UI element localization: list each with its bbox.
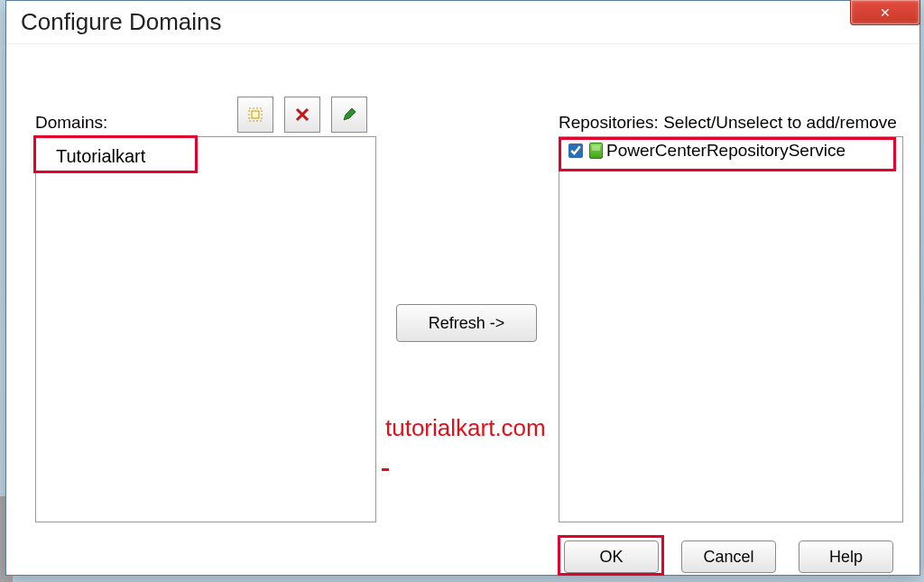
- domains-listbox[interactable]: Tutorialkart: [35, 136, 376, 522]
- titlebar: Configure Domains ✕: [6, 1, 919, 44]
- help-button[interactable]: Help: [799, 540, 893, 573]
- dialog-title: Configure Domains: [6, 1, 919, 36]
- domains-label: Domains:: [35, 113, 107, 133]
- domain-item-label: Tutorialkart: [56, 146, 145, 166]
- ok-button-label: OK: [599, 548, 623, 567]
- repository-icon: [589, 143, 603, 159]
- edit-domain-icon: [341, 106, 357, 123]
- repositories-listbox[interactable]: PowerCenterRepositoryService: [559, 136, 903, 522]
- close-icon: ✕: [880, 5, 891, 20]
- domains-toolbar: [237, 97, 367, 133]
- refresh-button[interactable]: Refresh ->: [396, 304, 537, 342]
- ok-button[interactable]: OK: [564, 540, 659, 573]
- domain-item[interactable]: Tutorialkart: [36, 137, 375, 176]
- delete-domain-button[interactable]: [284, 97, 320, 133]
- configure-domains-dialog: Configure Domains ✕ Domains: Repositorie…: [5, 0, 920, 576]
- new-domain-button[interactable]: [237, 97, 273, 133]
- cancel-button-label: Cancel: [703, 548, 753, 567]
- edit-domain-button[interactable]: [331, 97, 367, 133]
- refresh-button-label: Refresh ->: [429, 314, 505, 333]
- watermark: tutorialkart.com: [385, 414, 546, 442]
- delete-domain-icon: [294, 106, 310, 123]
- repositories-label: Repositories: Select/Unselect to add/rem…: [559, 113, 897, 133]
- repository-item-label: PowerCenterRepositoryService: [606, 141, 845, 161]
- cancel-button[interactable]: Cancel: [681, 540, 776, 573]
- repository-checkbox[interactable]: [568, 143, 583, 158]
- dialog-body: Domains: Repositories: Select/Unselect t…: [6, 44, 919, 575]
- svg-rect-1: [252, 111, 259, 118]
- new-domain-icon: [247, 106, 263, 123]
- close-button[interactable]: ✕: [850, 0, 920, 25]
- help-button-label: Help: [829, 548, 863, 567]
- repository-item[interactable]: PowerCenterRepositoryService: [559, 137, 902, 164]
